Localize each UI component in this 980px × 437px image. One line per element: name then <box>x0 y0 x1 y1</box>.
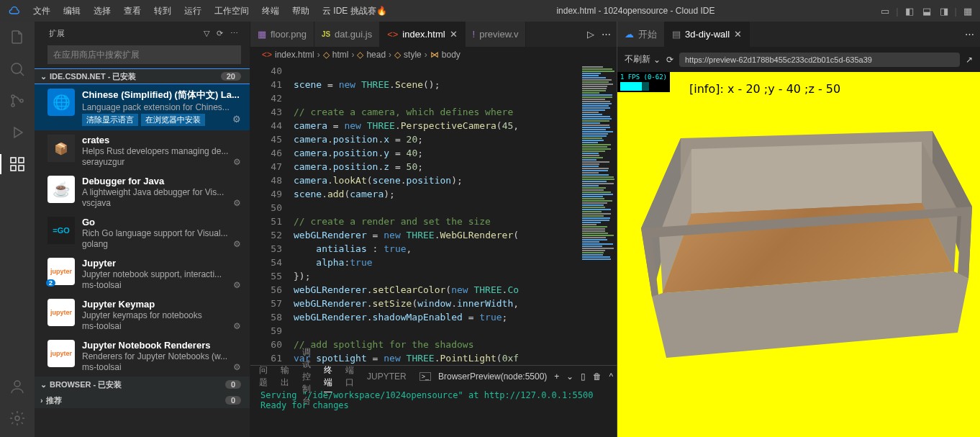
gear-icon[interactable]: ⚙ <box>233 280 241 290</box>
preview-toolbar: 不刷新 ⌄ ⟳ https://preview-62d1788b455c233c… <box>617 47 980 72</box>
chevron-down-icon <box>40 380 47 389</box>
preview-pane: ☁开始 ▤3d-diy-wall✕ ⋯ 不刷新 ⌄ ⟳ https://prev… <box>617 22 980 437</box>
fps-stats: 1 FPS (0-62) <box>617 72 670 92</box>
extension-item[interactable]: ☕ Debugger for Java A lightweight Java d… <box>35 171 250 212</box>
chevron-down-icon <box>40 72 47 81</box>
tab-index-html[interactable]: <>index.html✕ <box>380 22 465 47</box>
extension-tag[interactable]: 在浏览器中安装 <box>141 114 205 126</box>
terminal-type-icon: >_ <box>419 372 431 381</box>
menu-selection[interactable]: 选择 <box>88 2 117 20</box>
main-editor-area: ▦floor.png JSdat.gui.js <>index.html✕ !p… <box>250 22 617 437</box>
extension-name: Go <box>82 217 241 227</box>
new-terminal-icon[interactable]: + <box>554 371 559 382</box>
menu-file[interactable]: 文件 <box>27 2 56 20</box>
account-icon[interactable] <box>7 377 27 397</box>
extension-desc: Renderers for Jupyter Notebooks (w... <box>82 351 241 361</box>
svg-rect-6 <box>19 166 24 171</box>
panel-tab-jupyter[interactable]: JUPYTER <box>367 369 407 384</box>
extension-name: crates <box>82 135 241 145</box>
gear-icon[interactable]: ⚙ <box>233 362 241 372</box>
gear-icon[interactable]: ⚙ <box>232 114 241 126</box>
terminal-output[interactable]: Serving "/ide/workspace/1024opensource" … <box>250 387 617 437</box>
breadcrumbs[interactable]: <>index.html ◇html ◇head ◇style ⋈body <box>250 47 617 63</box>
filter-icon[interactable]: ▽ <box>204 29 209 38</box>
extension-item[interactable]: jupyter Jupyter Keymap Jupyter keymaps f… <box>35 294 250 335</box>
terminal-name[interactable]: BrowserPreview(node:5500) <box>438 371 547 382</box>
extension-item[interactable]: =GO Go Rich Go language support for Visu… <box>35 212 250 253</box>
menu-run[interactable]: 运行 <box>178 2 207 20</box>
svg-point-1 <box>12 95 14 98</box>
extensions-icon[interactable] <box>7 154 27 174</box>
section-browser[interactable]: BROWSER - 已安装 0 <box>35 377 250 392</box>
settings-icon[interactable] <box>7 408 27 428</box>
explorer-icon[interactable] <box>7 27 27 48</box>
svg-point-3 <box>20 99 23 102</box>
refresh-icon[interactable]: ⟳ <box>217 29 223 38</box>
menu-view[interactable]: 查看 <box>118 2 147 20</box>
tab-start[interactable]: ☁开始 <box>617 22 665 47</box>
more-icon[interactable]: ⋯ <box>965 29 974 40</box>
extension-item[interactable]: 📦 crates Helps Rust developers managing … <box>35 130 250 171</box>
layout-left-icon[interactable]: ◧ <box>903 4 916 17</box>
extension-name: Jupyter Keymap <box>82 299 241 310</box>
extension-name: Jupyter <box>82 258 241 269</box>
split-terminal-icon[interactable]: ▯ <box>581 371 586 382</box>
tab-preview[interactable]: !preview.v <box>466 22 527 47</box>
menu-go[interactable]: 转到 <box>148 2 177 20</box>
section-installed[interactable]: IDE.CSDN.NET - 已安装 20 <box>35 68 250 84</box>
menu-help[interactable]: 帮助 <box>286 2 315 20</box>
gear-icon[interactable]: ⚙ <box>233 157 241 167</box>
url-bar[interactable]: https://preview-62d1788b455c233cd2b01c5d… <box>679 53 960 67</box>
preview-viewport[interactable]: 1 FPS (0-62) [info]: x - 20 ;y - 40 ;z -… <box>617 72 980 437</box>
extension-tag[interactable]: 清除显示语言 <box>82 114 138 126</box>
extension-name: Jupyter Notebook Renderers <box>82 340 241 351</box>
search-icon[interactable] <box>7 59 27 79</box>
more-icon[interactable]: ⋯ <box>230 29 238 38</box>
extension-item[interactable]: 🌐 Chinese (Simplified) (简体中文) La... Lang… <box>35 84 250 130</box>
run-icon[interactable]: ▷ <box>587 29 594 40</box>
gear-icon[interactable]: ⚙ <box>233 321 241 331</box>
menu-terminal[interactable]: 终端 <box>256 2 285 20</box>
window-title: index.html - 1024opensource - Cloud IDE <box>394 6 878 16</box>
code-editor[interactable]: 4041424344454647484950515253545556575859… <box>250 63 617 365</box>
layout-right-icon[interactable]: ◨ <box>938 4 950 17</box>
debug-icon[interactable] <box>7 122 27 143</box>
extensions-sidebar: 扩展 ▽ ⟳ ⋯ IDE.CSDN.NET - 已安装 20 🌐 Chinese… <box>35 22 250 437</box>
source-control-icon[interactable] <box>7 91 27 111</box>
titlebar-right: ▭ | ◧ ⬓ ◨ | ▦ <box>879 4 974 17</box>
extension-desc: Jupyter keymaps for notebooks <box>82 310 241 320</box>
menu-bar: 文件 编辑 选择 查看 转到 运行 工作空间 终端 帮助 云 IDE 挑战赛🔥 <box>27 2 393 20</box>
svg-point-2 <box>12 104 14 107</box>
trash-icon[interactable]: 🗑 <box>593 371 602 382</box>
menu-edit[interactable]: 编辑 <box>58 2 86 20</box>
activity-bar <box>0 22 35 437</box>
3d-scene-box <box>630 109 976 361</box>
extension-desc: Rich Go language support for Visual... <box>82 228 241 238</box>
extension-item[interactable]: jupyter Jupyter Notebook Renderers Rende… <box>35 335 250 377</box>
extension-item[interactable]: jupyter2 Jupyter Jupyter notebook suppor… <box>35 253 250 294</box>
close-icon[interactable]: ✕ <box>450 29 458 40</box>
menu-challenge[interactable]: 云 IDE 挑战赛🔥 <box>317 2 393 20</box>
toggle-panel-icon[interactable]: ▭ <box>879 4 891 17</box>
maximize-icon[interactable]: ^ <box>609 371 613 382</box>
gear-icon[interactable]: ⚙ <box>233 239 241 249</box>
open-external-icon[interactable]: ↗ <box>966 55 973 65</box>
refresh-dropdown[interactable]: 不刷新 ⌄ <box>625 53 661 66</box>
code-content[interactable]: scene = new THREE.Scene(); // create a c… <box>294 63 581 365</box>
close-icon[interactable]: ✕ <box>734 29 742 40</box>
layout-bottom-icon[interactable]: ⬓ <box>920 4 933 17</box>
chevron-down-icon[interactable]: ⌄ <box>566 371 573 382</box>
menu-workspace[interactable]: 工作空间 <box>209 2 255 20</box>
gear-icon[interactable]: ⚙ <box>233 198 241 208</box>
extensions-search-input[interactable] <box>47 45 241 64</box>
tab-3d-wall[interactable]: ▤3d-diy-wall✕ <box>665 22 750 47</box>
section-recommended[interactable]: › 推荐 0 <box>35 392 250 408</box>
reload-icon[interactable]: ⟳ <box>666 55 673 65</box>
extension-icon: 🌐 <box>47 89 75 116</box>
more-icon[interactable]: ⋯ <box>602 29 611 40</box>
editor-tabs: ▦floor.png JSdat.gui.js <>index.html✕ !p… <box>250 22 617 47</box>
tab-floor-png[interactable]: ▦floor.png <box>250 22 314 47</box>
customize-layout-icon[interactable]: ▦ <box>961 4 974 17</box>
minimap[interactable]: for(let i=0;i<90;i++)document.write('<di… <box>581 63 617 365</box>
tab-dat-gui[interactable]: JSdat.gui.js <box>314 22 380 47</box>
